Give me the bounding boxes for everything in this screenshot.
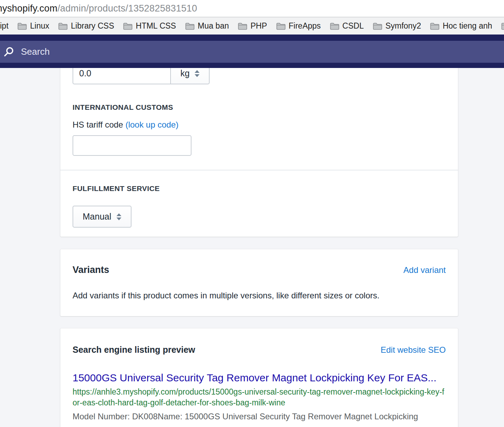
- admin-search-bar[interactable]: [0, 41, 504, 63]
- variants-card: Variants Add variant Add variants if thi…: [60, 249, 458, 316]
- bookmark-label: Library CSS: [71, 21, 114, 31]
- caret-down-icon: [116, 218, 121, 220]
- seo-preview-url: https://anhle3.myshopify.com/products/15…: [73, 387, 446, 408]
- variants-description: Add variants if this product comes in mu…: [73, 291, 446, 300]
- international-customs-heading: INTERNATIONAL CUSTOMS: [73, 103, 446, 112]
- admin-header: [0, 35, 504, 68]
- bookmark-label: Linux: [30, 21, 49, 31]
- add-variant-link[interactable]: Add variant: [404, 265, 446, 275]
- bookmarks-bar: ipt Linux Library CSS HTML CSS Mua ban P…: [0, 17, 504, 35]
- bookmark-item-mua-ban[interactable]: Mua ban: [185, 21, 229, 31]
- seo-card-title: Search engine listing preview: [73, 345, 195, 355]
- bookmark-item-hoc-tieng-anh[interactable]: Hoc tieng anh: [430, 21, 492, 31]
- weight-field-group: kg: [73, 68, 210, 84]
- seo-preview-description: Model Number: DK008Name: 15000GS Univers…: [73, 411, 446, 422]
- url-domain: myshopify.com: [0, 3, 58, 14]
- select-carets-icon: [195, 70, 200, 77]
- bookmark-item-partial[interactable]: ipt: [0, 21, 8, 31]
- fulfillment-service-value: Manual: [83, 212, 111, 222]
- folder-icon: [185, 22, 195, 30]
- hs-tariff-row: HS tariff code (look up code): [73, 120, 446, 130]
- bookmark-item-fireapps[interactable]: FireApps: [276, 21, 321, 31]
- folder-icon: [58, 22, 68, 30]
- folder-icon: [238, 22, 247, 30]
- bookmark-label: FireApps: [289, 21, 321, 31]
- edit-website-seo-link[interactable]: Edit website SEO: [381, 345, 446, 355]
- shipping-card: kg INTERNATIONAL CUSTOMS HS tariff code …: [60, 68, 458, 237]
- bookmark-item-html-css[interactable]: HTML CSS: [123, 21, 176, 31]
- bookmark-label: Mua ban: [198, 21, 229, 31]
- fulfillment-service-select[interactable]: Manual: [73, 206, 131, 228]
- caret-down-icon: [195, 74, 200, 77]
- hs-tariff-label: HS tariff code: [73, 120, 126, 129]
- bookmark-item-php[interactable]: PHP: [238, 21, 267, 31]
- browser-url-bar[interactable]: myshopify.com/admin/products/13528258315…: [0, 0, 504, 17]
- weight-unit-value: kg: [180, 68, 189, 78]
- url-text[interactable]: myshopify.com/admin/products/13528258315…: [0, 3, 197, 14]
- bookmark-item-partial-right[interactable]: [501, 22, 504, 30]
- select-carets-icon: [116, 213, 121, 220]
- folder-icon: [501, 22, 504, 30]
- folder-icon: [330, 22, 339, 30]
- bookmark-label: Symfony2: [385, 21, 421, 31]
- caret-up-icon: [195, 70, 200, 73]
- bookmark-label: CSDL: [343, 21, 364, 31]
- look-up-code-link[interactable]: (look up code): [126, 120, 179, 129]
- url-path: /admin/products/1352825831510: [58, 3, 197, 14]
- folder-icon: [276, 22, 286, 30]
- folder-icon: [17, 22, 27, 30]
- bookmark-label: HTML CSS: [136, 21, 176, 31]
- hs-tariff-input[interactable]: [73, 135, 191, 156]
- bookmark-item-library-css[interactable]: Library CSS: [58, 21, 114, 31]
- product-page-content: kg INTERNATIONAL CUSTOMS HS tariff code …: [0, 68, 504, 427]
- bookmark-item-symfony2[interactable]: Symfony2: [373, 21, 421, 31]
- bookmark-item-linux[interactable]: Linux: [17, 21, 49, 31]
- variants-title: Variants: [73, 265, 109, 275]
- search-input[interactable]: [21, 46, 335, 57]
- fulfillment-service-heading: FULFILLMENT SERVICE: [73, 184, 446, 193]
- seo-preview-card: Search engine listing preview Edit websi…: [60, 328, 458, 427]
- weight-unit-select[interactable]: kg: [171, 68, 210, 84]
- search-icon: [3, 46, 14, 58]
- folder-icon: [373, 22, 382, 30]
- weight-input[interactable]: [73, 68, 171, 84]
- bookmark-label: PHP: [250, 21, 267, 31]
- folder-icon: [123, 22, 133, 30]
- bookmark-label: Hoc tieng anh: [443, 21, 492, 31]
- section-divider: [60, 170, 458, 170]
- bookmark-item-csdl[interactable]: CSDL: [330, 21, 364, 31]
- seo-preview-page-title[interactable]: 15000GS Universal Security Tag Remover M…: [73, 371, 446, 384]
- caret-up-icon: [116, 213, 121, 216]
- folder-icon: [430, 22, 439, 30]
